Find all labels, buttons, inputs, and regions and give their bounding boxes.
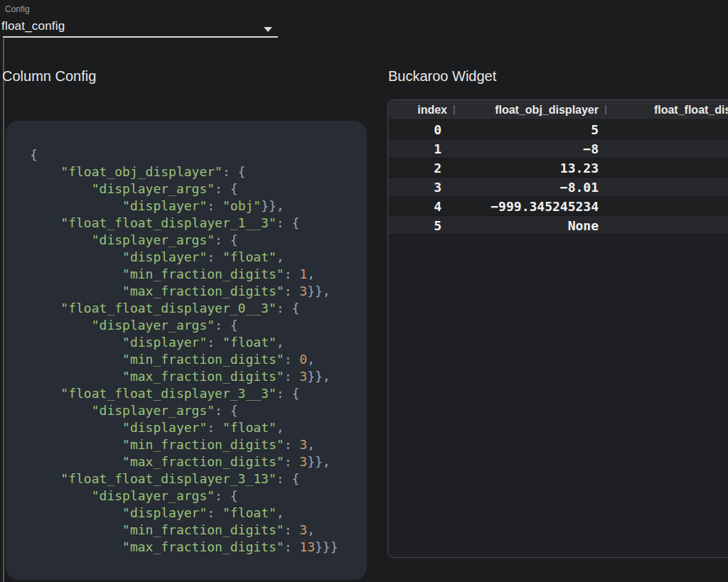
grid-cell[interactable]: 13.23: [459, 161, 611, 176]
code-token: :: [284, 437, 300, 452]
code-token: }}}: [315, 539, 338, 554]
code-line: "displayer_args": {: [30, 317, 354, 334]
code-token: [30, 198, 122, 213]
grid-cell[interactable]: 5: [459, 122, 611, 137]
grid-cell[interactable]: 3: [388, 180, 459, 195]
code-token: [30, 454, 122, 469]
code-token: "displayer_args": [92, 318, 215, 333]
table-row[interactable]: 3−8.01: [388, 178, 728, 197]
grid-cell[interactable]: −8.01: [459, 180, 611, 195]
code-token: : {: [277, 301, 300, 316]
code-line: "float_obj_displayer": {: [30, 163, 354, 180]
code-token: [30, 181, 92, 196]
code-token: "float_float_displayer_3__3": [60, 386, 276, 401]
code-token: "displayer": [122, 335, 207, 350]
code-token: "displayer_args": [92, 488, 215, 503]
code-line: "displayer_args": {: [30, 487, 354, 505]
code-token: : {: [215, 232, 238, 247]
code-token: 3: [299, 437, 307, 452]
code-token: ,: [277, 249, 284, 264]
code-token: [30, 266, 122, 281]
code-token: }},: [307, 284, 331, 298]
code-token: : {: [277, 471, 300, 486]
code-content: { "float_obj_displayer": { "displayer_ar…: [30, 146, 354, 556]
grid-cell[interactable]: −999.345245234: [459, 199, 611, 214]
code-token: "displayer_args": [92, 181, 215, 196]
code-token: ,: [277, 335, 284, 350]
grid-header-row: indexfloat_obj_displayerfloat_float_disp…: [388, 100, 728, 120]
code-token: :: [207, 505, 223, 520]
code-token: [30, 437, 122, 452]
grid-cell[interactable]: 0: [388, 122, 459, 137]
code-token: :: [284, 284, 300, 298]
code-token: "float_float_displayer_3_13": [60, 471, 276, 486]
column-header-float_float_displayer_1__3[interactable]: float_float_displayer_1__3: [611, 100, 728, 119]
grid-cell[interactable]: 1: [388, 141, 459, 156]
code-token: "min_fraction_digits": [122, 437, 284, 452]
code-token: }},: [307, 369, 331, 384]
code-token: [30, 420, 122, 435]
code-line: "displayer_args": {: [30, 402, 354, 419]
code-token: "max_fraction_digits": [122, 284, 284, 298]
code-line: "displayer": "float",: [30, 249, 354, 266]
code-token: : {: [277, 215, 300, 230]
column-resize-handle[interactable]: [454, 105, 455, 114]
column-resize-handle[interactable]: [605, 105, 606, 114]
column-header-float_obj_displayer[interactable]: float_obj_displayer: [459, 100, 611, 119]
table-row[interactable]: 4−999.345245234: [388, 197, 728, 216]
code-token: "max_fraction_digits": [122, 369, 284, 384]
code-token: : {: [215, 488, 238, 503]
code-token: ,: [277, 505, 284, 520]
code-token: [30, 301, 60, 316]
code-token: :: [207, 335, 223, 350]
code-token: 3: [299, 284, 307, 298]
table-row[interactable]: 213.23: [388, 158, 728, 178]
column-header-label: float_obj_displayer: [495, 104, 599, 117]
left-border-rule: [3, 38, 4, 582]
table-row[interactable]: 1−8: [388, 139, 728, 158]
code-token: [30, 522, 122, 537]
code-token: :: [284, 454, 300, 469]
code-token: :: [207, 420, 223, 435]
select-underline: [3, 36, 278, 38]
code-line: "min_fraction_digits": 3,: [30, 436, 354, 453]
code-token: [30, 505, 122, 520]
code-token: [30, 232, 92, 247]
code-token: "float": [223, 420, 277, 435]
table-row[interactable]: 5None: [388, 216, 728, 235]
column-header-index[interactable]: index: [388, 100, 459, 119]
code-line: "float_float_displayer_3__3": {: [30, 385, 354, 402]
grid-cell[interactable]: 5: [388, 218, 459, 233]
code-token: : {: [215, 318, 238, 333]
code-token: : {: [215, 181, 238, 196]
grid-cell[interactable]: −8: [459, 141, 611, 156]
code-token: ,: [307, 266, 315, 281]
code-token: "displayer": [122, 505, 207, 520]
code-token: "min_fraction_digits": [122, 522, 284, 537]
code-line: "max_fraction_digits": 3}},: [30, 368, 354, 385]
code-token: "min_fraction_digits": [122, 352, 284, 367]
chevron-down-icon[interactable]: [264, 27, 272, 32]
code-token: "float": [223, 335, 277, 350]
code-token: [30, 318, 92, 333]
grid-cell[interactable]: 2: [388, 161, 459, 176]
code-token: }},: [261, 198, 284, 213]
code-token: [30, 215, 60, 230]
code-token: "float_float_displayer_1__3": [60, 215, 276, 230]
code-token: [30, 369, 122, 384]
code-token: [30, 284, 122, 298]
grid-cell[interactable]: 4: [388, 199, 459, 214]
code-token: [30, 352, 122, 367]
code-token: "float_obj_displayer": [60, 164, 223, 179]
code-line: "displayer": "float",: [30, 505, 354, 522]
table-row[interactable]: 05: [388, 120, 728, 139]
grid-cell[interactable]: None: [459, 218, 611, 233]
code-token: }},: [307, 454, 331, 469]
code-token: :: [207, 249, 223, 264]
code-token: :: [284, 539, 300, 554]
code-token: : {: [223, 164, 246, 179]
column-config-title: Column Config: [2, 68, 96, 85]
code-token: "displayer_args": [92, 232, 215, 247]
code-token: "displayer": [122, 198, 207, 213]
code-token: :: [207, 198, 223, 213]
